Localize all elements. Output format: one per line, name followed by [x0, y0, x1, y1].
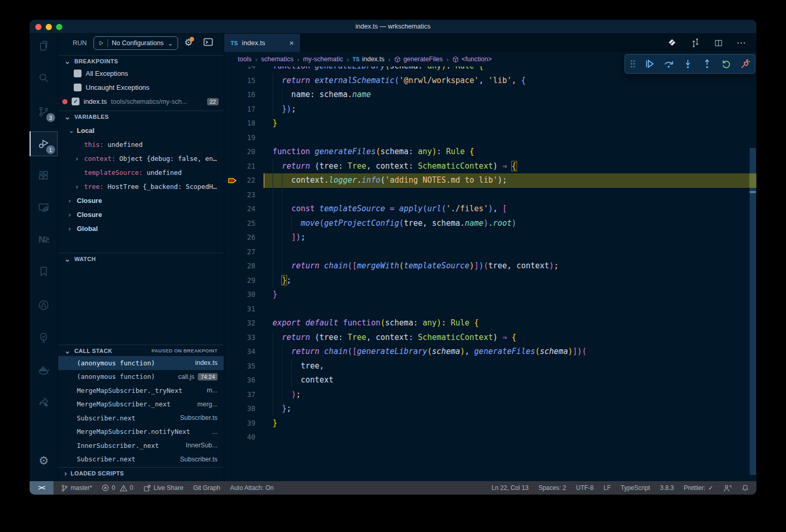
callstack-frame[interactable]: (anonymous function)call.js74:24 [58, 370, 224, 384]
encoding-item[interactable]: UTF-8 [576, 484, 594, 492]
variable-context[interactable]: ›context: Object {debug: false, en… [58, 152, 224, 166]
code-line-21[interactable]: 21 return (tree: Tree, context: Schemati… [224, 159, 756, 174]
line-number[interactable]: 30 [224, 288, 255, 302]
feedback-item[interactable] [723, 484, 731, 492]
variables-scope-closure[interactable]: ›Closure [58, 194, 224, 208]
sidebar-item-bookmarks[interactable] [30, 259, 58, 284]
sidebar-item-source-control[interactable]: 3 [30, 99, 58, 124]
sidebar-item-extensions[interactable] [30, 163, 58, 188]
variables-scope-closure[interactable]: ›Closure [58, 208, 224, 222]
line-number[interactable]: 14 [224, 66, 255, 74]
code-line-25[interactable]: 25 move(getProjectConfig(tree, schema.na… [224, 216, 756, 231]
sidebar-item-git-graph[interactable] [30, 293, 58, 318]
sidebar-item-settings[interactable]: ⚙ [30, 448, 58, 473]
checkbox-unchecked[interactable] [74, 70, 82, 77]
breadcrumb-item-function[interactable]: <function> [452, 56, 492, 63]
line-number[interactable]: 35 [224, 359, 255, 374]
code-line-34[interactable]: 34 return chain([generateLibrary(schema)… [224, 345, 756, 359]
breakpoint-all-exceptions[interactable]: All Exceptions [58, 66, 224, 80]
breadcrumb-item-my-schematic[interactable]: my-schematic [303, 56, 343, 63]
breadcrumb-item-tools[interactable]: tools [238, 56, 251, 63]
code-line-35[interactable]: 35 tree, [224, 359, 756, 374]
checkbox-unchecked[interactable] [74, 84, 82, 91]
indentation-item[interactable]: Spaces: 2 [538, 484, 566, 492]
section-header-watch[interactable]: ⌄ WATCH [58, 253, 224, 264]
line-number[interactable]: 15 [224, 74, 255, 88]
line-number[interactable]: 18 [224, 116, 255, 131]
callstack-frame[interactable]: MergeMapSubscriber._tryNextm... [58, 384, 224, 398]
minimize-window-button[interactable] [46, 24, 52, 30]
debug-current-step-icon[interactable] [228, 177, 237, 184]
variables-scope-global[interactable]: ›Global [58, 222, 224, 236]
chevron-right-icon[interactable]: › [76, 155, 84, 162]
breadcrumb-item-index.ts[interactable]: TSindex.ts [353, 56, 385, 63]
chevron-right-icon[interactable]: › [69, 225, 77, 233]
sidebar-item-run-and-debug[interactable]: 1 [30, 131, 58, 156]
sidebar-item-explorer[interactable] [30, 33, 58, 58]
sidebar-item-test-explorer[interactable] [30, 325, 58, 350]
callstack-frame[interactable]: MergeMapSubscriber.notifyNext... [58, 425, 224, 439]
sidebar-item-live-share[interactable] [30, 390, 58, 415]
line-number[interactable]: 34 [224, 345, 255, 359]
code-line-20[interactable]: 20function generateFiles(schema: any): R… [224, 145, 756, 159]
code-line-18[interactable]: 18} [224, 116, 756, 131]
line-number[interactable]: 39 [224, 416, 255, 431]
more-actions-icon[interactable]: ⋯ [737, 37, 746, 48]
chevron-right-icon[interactable]: › [69, 211, 77, 219]
chevron-right-icon[interactable]: › [76, 183, 84, 190]
code-line-38[interactable]: 38 }; [224, 402, 756, 416]
code-editor[interactable]: 14function generateLibrary(schema: any):… [224, 66, 756, 481]
debug-configuration-dropdown[interactable]: No Configurations ⌄ [93, 36, 178, 50]
auto-attach-item[interactable]: Auto Attach: On [230, 484, 274, 492]
code-line-32[interactable]: 32export default function(schema: any): … [224, 316, 756, 331]
cursor-position-item[interactable]: Ln 22, Col 13 [492, 484, 528, 492]
line-number[interactable]: 27 [224, 245, 255, 260]
step-into-button[interactable] [683, 59, 693, 69]
line-number[interactable]: 38 [224, 402, 255, 416]
zoom-window-button[interactable] [56, 24, 62, 30]
split-editor-icon[interactable] [714, 38, 723, 48]
eol-item[interactable]: LF [604, 484, 611, 492]
language-mode-item[interactable]: TypeScript [621, 484, 651, 492]
sidebar-item-remote-explorer[interactable] [30, 195, 58, 220]
scrollbar-slider[interactable] [750, 148, 756, 475]
breakpoint-uncaught-exceptions[interactable]: Uncaught Exceptions [58, 80, 224, 94]
variable-templateSource[interactable]: templateSource: undefined [58, 166, 224, 180]
code-line-37[interactable]: 37 ); [224, 388, 756, 402]
variable-this[interactable]: this: undefined [58, 138, 224, 152]
code-line-16[interactable]: 16 name: schema.name [224, 88, 756, 102]
code-line-19[interactable]: 19 [224, 131, 756, 145]
code-line-27[interactable]: 27 [224, 245, 756, 260]
problems-item[interactable]: 0 0 [102, 484, 133, 492]
close-window-button[interactable] [35, 24, 42, 30]
git-graph-item[interactable]: Git Graph [193, 484, 220, 492]
code-line-24[interactable]: 24 const templateSource = apply(url('./f… [224, 202, 756, 216]
line-number[interactable]: 26 [224, 230, 255, 245]
breadcrumb-item-generateFiles[interactable]: generateFiles [394, 56, 443, 63]
sidebar-item-docker[interactable] [30, 358, 58, 383]
line-number[interactable]: 21 [224, 159, 255, 174]
code-line-31[interactable]: 31 [224, 302, 756, 317]
line-number[interactable]: 17 [224, 102, 255, 117]
code-line-22[interactable]: 22 context.logger.info('adding NOTES.md … [224, 173, 756, 188]
live-share-item[interactable]: Live Share [143, 484, 183, 492]
section-header-call-stack[interactable]: ⌄ CALL STACK PAUSED ON BREAKPOINT [58, 345, 224, 356]
line-number[interactable]: 32 [224, 316, 255, 331]
code-line-40[interactable]: 40 [224, 430, 756, 445]
line-number[interactable]: 40 [224, 430, 255, 445]
code-line-15[interactable]: 15 return externalSchematic('@nrwl/works… [224, 74, 756, 88]
section-header-breakpoints[interactable]: ⌄ BREAKPOINTS [58, 55, 224, 66]
line-number[interactable]: 20 [224, 145, 255, 159]
line-number[interactable]: 33 [224, 331, 255, 345]
git-branch-item[interactable]: master* [61, 484, 92, 492]
compare-changes-icon[interactable] [690, 38, 700, 48]
section-header-loaded-scripts[interactable]: › LOADED SCRIPTS [58, 467, 224, 479]
editor-scrollbar[interactable] [749, 66, 756, 481]
variable-tree[interactable]: ›tree: HostTree {_backend: ScopedH… [58, 180, 224, 194]
close-tab-icon[interactable]: × [289, 38, 294, 47]
continue-button[interactable] [644, 59, 655, 69]
line-number[interactable]: 28 [224, 259, 255, 274]
step-out-button[interactable] [702, 59, 712, 69]
line-number[interactable]: 19 [224, 131, 255, 145]
debug-settings-button[interactable]: ⚙ [182, 36, 195, 49]
